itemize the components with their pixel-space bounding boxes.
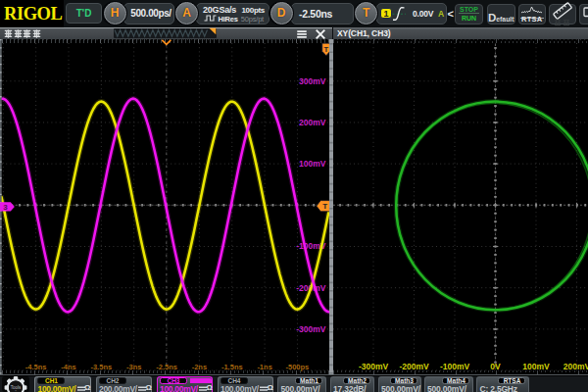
svg-text:-1.5ns: -1.5ns: [221, 363, 243, 371]
svg-text:-3.5ns: -3.5ns: [90, 363, 112, 371]
svg-text:T: T: [324, 45, 329, 54]
svg-text:100mV: 100mV: [299, 159, 326, 169]
svg-text:-1ns: -1ns: [257, 363, 271, 371]
svg-text:200mV: 200mV: [299, 118, 326, 127]
svg-text:-4ns: -4ns: [61, 363, 75, 371]
svg-text:200mV: 200mV: [564, 362, 588, 371]
svg-text:3: 3: [3, 203, 8, 212]
svg-text:-200mV: -200mV: [399, 362, 429, 371]
svg-text:0V: 0V: [490, 362, 501, 371]
svg-text:-300mV: -300mV: [296, 324, 326, 334]
svg-text:300mV: 300mV: [299, 76, 326, 86]
svg-text:T: T: [322, 202, 327, 211]
svg-text:-3ns: -3ns: [126, 363, 141, 371]
svg-text:-2ns: -2ns: [192, 363, 207, 371]
svg-text:-500ps: -500ps: [286, 363, 310, 371]
svg-text:-300mV: -300mV: [359, 362, 389, 371]
svg-text:100mV: 100mV: [522, 362, 550, 371]
svg-text:-2.5ns: -2.5ns: [156, 363, 177, 371]
svg-text:-4.5ns: -4.5ns: [25, 363, 47, 371]
svg-text:-100mV: -100mV: [440, 362, 470, 371]
